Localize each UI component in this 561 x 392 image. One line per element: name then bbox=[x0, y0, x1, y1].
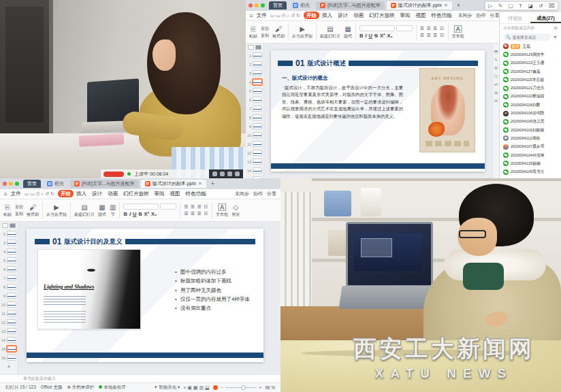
menu-item[interactable]: 特色功能 bbox=[182, 190, 208, 197]
slide-thumbnail-11[interactable]: 11 bbox=[247, 140, 262, 148]
member-search[interactable]: 🔍 bbox=[503, 33, 551, 41]
format-button-I[interactable]: I bbox=[129, 211, 131, 217]
theme-label[interactable]: Office 主题 bbox=[41, 385, 63, 391]
format-button-X₂[interactable]: X₂ bbox=[387, 33, 392, 39]
filter-icon[interactable]: ▼ bbox=[553, 35, 558, 39]
menu-item[interactable]: 视图 bbox=[167, 190, 182, 197]
backup-status[interactable]: 本地备份开 bbox=[99, 385, 126, 391]
art-poster-image[interactable]: ART DESING bbox=[419, 68, 475, 152]
paragraph-group[interactable]: ☰ ☰ ☰ ☷☰ ☰ ☰ ☷ bbox=[420, 26, 445, 38]
refresh-icon[interactable]: ⟳ bbox=[554, 26, 558, 31]
member-row[interactable]: 2020034110曹瑞园 bbox=[500, 93, 561, 101]
slide-thumbnail-7[interactable]: 7 bbox=[1, 274, 16, 282]
tab-document-1[interactable]: P[R课]文字...与图片搭配率 bbox=[316, 1, 385, 10]
text-box-button[interactable]: 🄰文本框 bbox=[216, 203, 228, 218]
paste-button[interactable]: ⎘粘贴 bbox=[3, 203, 12, 218]
shape-button[interactable]: ◇形状 bbox=[231, 203, 240, 218]
member-row[interactable]: 2020034107聂从双 bbox=[500, 143, 561, 151]
menu-item[interactable]: 设计 bbox=[335, 12, 351, 19]
class-controls[interactable] bbox=[209, 169, 243, 178]
slide-thumbnail-14[interactable]: 14 bbox=[247, 166, 262, 175]
tab-document-1[interactable]: P[R课]文字...与图片搭配率 bbox=[70, 180, 139, 188]
member-row[interactable]: 2020034106苏明阳 bbox=[500, 109, 561, 117]
record-button[interactable] bbox=[213, 385, 218, 390]
menu-item[interactable]: 开始 bbox=[304, 12, 319, 19]
format-button-X₂[interactable]: X₂ bbox=[151, 211, 157, 217]
slide-body-text[interactable]: · 版式设计，又称为版面设计，是平面设计中的一大分支，主要指运用造型要素及形式美… bbox=[282, 84, 403, 120]
zoom-window-button[interactable] bbox=[261, 3, 265, 7]
member-row[interactable]: 2020034121刀佳乐 bbox=[500, 84, 561, 92]
format-button-B[interactable]: B bbox=[123, 211, 127, 217]
font-family-select[interactable] bbox=[123, 203, 159, 210]
slide-thumbnail-8[interactable]: 8 bbox=[247, 113, 262, 122]
format-button-X²[interactable]: X² bbox=[144, 211, 149, 217]
slide-thumbnail-1[interactable]: 1 bbox=[247, 51, 262, 60]
view-switcher[interactable]: ≡ ▣ ▦ ▥ ⬓ bbox=[183, 385, 209, 391]
format-button-B[interactable]: B bbox=[359, 33, 363, 39]
member-row[interactable]: 2020034115李宏超 bbox=[500, 76, 561, 84]
member-row[interactable]: 2020034109张义思 bbox=[500, 118, 561, 126]
slide-thumbnail-4[interactable]: 4 bbox=[1, 247, 16, 256]
cut-copy-group[interactable]: 剪切复制 bbox=[15, 204, 23, 217]
menu-right-item[interactable]: 分享 bbox=[490, 12, 499, 19]
hamburger-icon[interactable]: ≡ bbox=[250, 13, 253, 19]
member-row[interactable]: 2020034116刘丽丽 bbox=[500, 126, 561, 134]
slide-thumbnail-11[interactable]: 11 bbox=[1, 309, 16, 318]
hamburger-icon[interactable]: ≡ bbox=[4, 191, 7, 197]
slide-editor-top[interactable]: 01 版式设计概述 一、版式设计的概念 · 版式设计，又称为版面设计，是平面设计… bbox=[271, 50, 485, 172]
traffic-lights[interactable] bbox=[3, 182, 19, 186]
tab-discussion[interactable]: 讨论区 bbox=[500, 12, 530, 23]
slide-canvas[interactable]: 01 版式设计目的及意义 Lighting and Shadows 图中强调的内… bbox=[18, 222, 280, 374]
menu-item[interactable]: 审阅 bbox=[151, 190, 167, 197]
close-tab-icon[interactable]: ✕ bbox=[444, 3, 448, 8]
text-tool-icon[interactable]: T bbox=[519, 2, 522, 10]
slide-thumbnail-16[interactable]: 16 bbox=[1, 353, 16, 362]
add-slide-button[interactable]: + bbox=[7, 363, 10, 370]
new-slide-button[interactable]: ▤新建幻灯片 bbox=[74, 203, 95, 218]
select-cursor-icon[interactable]: ▷ bbox=[488, 2, 492, 10]
member-row[interactable]: 教师王磊 bbox=[500, 42, 561, 50]
member-search-input[interactable] bbox=[513, 35, 549, 39]
menu-right-item[interactable]: 未同步 bbox=[458, 12, 472, 19]
menu-item[interactable]: 特色功能 bbox=[428, 12, 454, 19]
new-tab-button[interactable]: + bbox=[454, 2, 463, 9]
close-window-button[interactable] bbox=[249, 3, 253, 7]
tab-home[interactable]: 首页 bbox=[269, 1, 287, 10]
format-button-U[interactable]: U bbox=[369, 33, 372, 39]
slide-thumbnail-13[interactable]: 13 bbox=[247, 157, 262, 166]
slide-title[interactable]: 版式设计目的及意义 bbox=[64, 238, 123, 246]
slide-thumbnail-10[interactable]: 10 bbox=[247, 131, 262, 140]
menu-item[interactable]: 幻灯片放映 bbox=[121, 190, 152, 197]
menu-item[interactable]: 插入 bbox=[319, 12, 335, 19]
slide-thumbnail-14[interactable]: 14 bbox=[1, 336, 16, 344]
slide-subtitle[interactable]: 一、版式设计的概念 bbox=[282, 75, 328, 82]
minimize-window-button[interactable] bbox=[9, 182, 13, 186]
undo-icon[interactable]: ↺ bbox=[539, 2, 543, 10]
member-row[interactable]: 2020034127鑫磊 bbox=[500, 67, 561, 76]
menu-file[interactable]: 文件 bbox=[257, 12, 267, 19]
layout-button[interactable]: ▦版式 bbox=[98, 203, 106, 218]
tab-members[interactable]: 成员(27) bbox=[530, 12, 561, 23]
slide-thumbnail-13[interactable]: 13 bbox=[1, 327, 16, 336]
font-size-select[interactable] bbox=[160, 203, 176, 210]
slide-thumbnail-4[interactable]: 4 bbox=[247, 78, 262, 86]
member-row[interactable]: 2020034129周技学 bbox=[500, 50, 561, 59]
menu-right-item[interactable]: 协作 bbox=[253, 191, 263, 197]
cut-copy-group[interactable]: 剪切复制 bbox=[261, 26, 269, 39]
record-indicator[interactable] bbox=[103, 172, 124, 177]
slide-thumbnail-5[interactable]: 5 bbox=[247, 86, 262, 95]
close-tab-icon[interactable]: ✕ bbox=[198, 181, 202, 186]
slide-title[interactable]: 版式设计概述 bbox=[307, 59, 346, 68]
slide-thumbnail-5[interactable]: 5 bbox=[1, 256, 16, 265]
traffic-lights[interactable] bbox=[249, 3, 265, 7]
member-row[interactable]: 2020034104何佳琳 bbox=[500, 151, 561, 159]
trash-icon[interactable]: ⌧ bbox=[549, 2, 555, 10]
slide-thumbnail-15[interactable]: 15 bbox=[1, 344, 16, 353]
font-family-select[interactable] bbox=[359, 25, 395, 31]
tab-document-2-active[interactable]: P版式设计的副本.pptx✕ bbox=[387, 1, 452, 10]
thumbnail-view-icon[interactable] bbox=[10, 223, 16, 228]
slide-thumbnail-6[interactable]: 6 bbox=[1, 265, 16, 274]
lighting-shadows-image[interactable]: Lighting and Shadows bbox=[37, 249, 141, 329]
menu-right-item[interactable]: 协作 bbox=[476, 12, 485, 19]
mic-icon[interactable] bbox=[220, 172, 225, 176]
